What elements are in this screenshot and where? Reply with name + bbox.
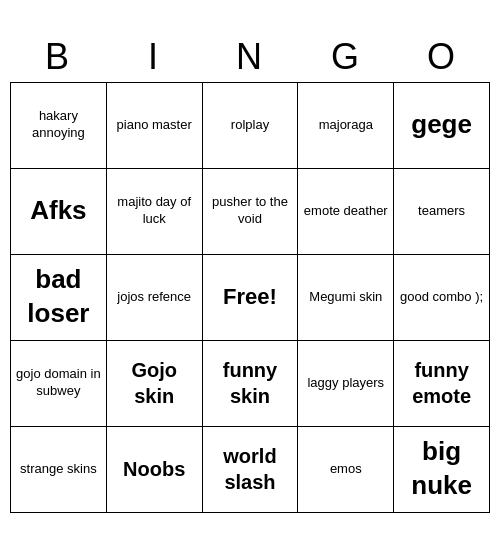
bingo-cell: jojos refence	[107, 255, 203, 341]
bingo-cell: Gojo skin	[107, 341, 203, 427]
header-letter: I	[106, 32, 202, 82]
bingo-cell: hakary annoying	[11, 83, 107, 169]
bingo-cell: rolplay	[203, 83, 299, 169]
bingo-cell: world slash	[203, 427, 299, 513]
bingo-header: BINGO	[10, 32, 490, 82]
bingo-grid: hakary annoyingpiano masterrolplaymajora…	[10, 82, 490, 513]
bingo-cell: Noobs	[107, 427, 203, 513]
bingo-card: BINGO hakary annoyingpiano masterrolplay…	[10, 32, 490, 513]
bingo-cell: strange skins	[11, 427, 107, 513]
bingo-cell: big nuke	[394, 427, 490, 513]
header-letter: N	[202, 32, 298, 82]
header-letter: B	[10, 32, 106, 82]
header-letter: G	[298, 32, 394, 82]
header-letter: O	[394, 32, 490, 82]
bingo-cell: gege	[394, 83, 490, 169]
bingo-cell: emote deather	[298, 169, 394, 255]
bingo-cell: Free!	[203, 255, 299, 341]
bingo-cell: majoraga	[298, 83, 394, 169]
bingo-cell: good combo );	[394, 255, 490, 341]
bingo-cell: laggy players	[298, 341, 394, 427]
bingo-cell: funny emote	[394, 341, 490, 427]
bingo-cell: funny skin	[203, 341, 299, 427]
bingo-cell: pusher to the void	[203, 169, 299, 255]
bingo-cell: Afks	[11, 169, 107, 255]
bingo-cell: gojo domain in subwey	[11, 341, 107, 427]
bingo-cell: piano master	[107, 83, 203, 169]
bingo-cell: emos	[298, 427, 394, 513]
bingo-cell: majito day of luck	[107, 169, 203, 255]
bingo-cell: Megumi skin	[298, 255, 394, 341]
bingo-cell: teamers	[394, 169, 490, 255]
bingo-cell: bad loser	[11, 255, 107, 341]
